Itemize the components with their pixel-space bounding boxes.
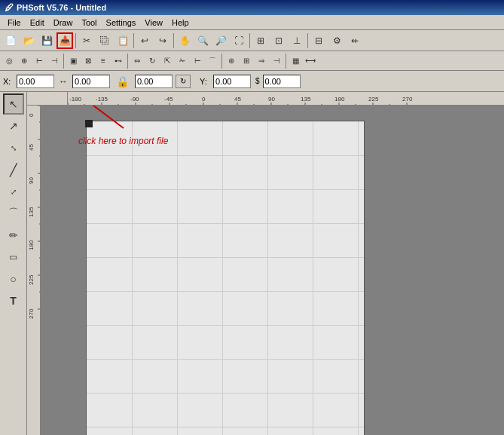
rotate-apply-btn[interactable]: ↻	[176, 75, 191, 88]
text-tool[interactable]: T	[3, 290, 24, 311]
layer-button[interactable]: ⊟	[310, 32, 327, 49]
ortho-button[interactable]: ⊥	[289, 32, 305, 49]
node-select-tool[interactable]: ↗	[3, 115, 24, 136]
menu-file[interactable]: File	[3, 17, 26, 29]
svg-rect-33	[27, 106, 41, 435]
dim-btn[interactable]: ⟷	[304, 54, 317, 68]
extend-btn[interactable]: ⊢	[191, 54, 204, 68]
svg-text:135: 135	[301, 96, 311, 103]
explode-btn[interactable]: ⊛	[225, 54, 238, 68]
svg-text:180: 180	[334, 96, 345, 103]
snap-mid-btn[interactable]: ⊣	[47, 54, 61, 68]
grid-h8	[87, 393, 364, 394]
line-select-tool[interactable]: ⤡	[3, 137, 24, 158]
snap-circle-btn[interactable]: ◎	[2, 54, 16, 68]
dy-input[interactable]	[263, 75, 301, 88]
menu-view[interactable]: View	[140, 17, 167, 29]
pencil-tool[interactable]: ✏	[3, 225, 24, 246]
dx-input[interactable]	[72, 75, 110, 88]
array-btn[interactable]: ⊞	[240, 54, 253, 68]
sep5	[307, 33, 308, 48]
drawing-area[interactable]: click here to import file	[41, 106, 504, 435]
toolbox: ↖ ↗ ⤡ ╱ ⤢ ⌒ ✏ ▭ ○ T	[0, 92, 27, 435]
y-label: Y:	[200, 77, 210, 86]
fillet-btn[interactable]: ⌒	[206, 54, 219, 68]
lock-icon: 🔒	[116, 75, 129, 87]
arc-tool[interactable]: ⌒	[3, 203, 24, 224]
title-icon: 🖊	[5, 2, 14, 13]
measure-tb-button[interactable]: ⇷	[347, 32, 363, 49]
menu-settings[interactable]: Settings	[102, 17, 141, 29]
menu-tool[interactable]: Tool	[77, 17, 101, 29]
group-btn[interactable]: ▣	[66, 54, 80, 68]
select-tool[interactable]: ↖	[3, 93, 24, 115]
redo-button[interactable]: ↪	[154, 32, 171, 49]
x-input[interactable]	[17, 75, 54, 88]
scale-btn[interactable]: ⇱	[160, 54, 174, 68]
canvas-scroll-area: 0 45 90 135 180 225 270	[27, 106, 504, 435]
grid-button[interactable]: ⊞	[252, 32, 269, 49]
svg-text:135: 135	[28, 207, 35, 217]
hatch-btn[interactable]: ▦	[289, 54, 302, 68]
mirror-btn[interactable]: ⇔	[130, 54, 144, 68]
ungroup-btn[interactable]: ⊠	[81, 54, 95, 68]
rect-tool[interactable]: ▭	[3, 247, 24, 268]
menubar: File Edit Draw Tool Settings View Help	[0, 15, 504, 30]
snap-end-btn[interactable]: ⊢	[32, 54, 46, 68]
svg-text:-90: -90	[130, 96, 139, 103]
cut-button[interactable]: ✂	[78, 32, 95, 49]
angle-input[interactable]	[135, 75, 173, 88]
align-btn[interactable]: ≡	[96, 54, 110, 68]
svg-text:0: 0	[28, 113, 35, 117]
grid-v6	[358, 121, 359, 435]
svg-text:180: 180	[28, 240, 35, 250]
new-button[interactable]: 📄	[2, 32, 19, 49]
sep1	[75, 33, 76, 48]
sep9	[286, 54, 286, 69]
sep2	[133, 33, 134, 48]
menu-help[interactable]: Help	[167, 17, 194, 29]
svg-text:45: 45	[28, 144, 35, 151]
fit-button[interactable]: ⛶	[231, 32, 247, 49]
arrow-icon: ↔	[59, 76, 68, 87]
properties-button[interactable]: ⚙	[328, 32, 345, 49]
menu-edit[interactable]: Edit	[26, 17, 49, 29]
pan-button[interactable]: ✋	[176, 32, 193, 49]
circle-tool[interactable]: ○	[3, 268, 24, 289]
polyline-tool[interactable]: ⤢	[3, 181, 24, 202]
ruler-left: 0 45 90 135 180 225 270	[27, 106, 41, 435]
undo-button[interactable]: ↩	[136, 32, 153, 49]
dy-label: $	[255, 77, 260, 85]
grid-v2	[177, 121, 178, 435]
toolbar1: 📄 📂 💾 📥 ✂ ⿻ 📋 ↩ ↪ ✋ 🔍 🔎 ⛶ ⊞ ⊡ ⊥ ⊟ ⚙ ⇷	[0, 30, 504, 51]
offset-btn[interactable]: ⇒	[255, 54, 268, 68]
menu-draw[interactable]: Draw	[49, 17, 78, 29]
sep4	[249, 33, 250, 48]
line-tool[interactable]: ╱	[3, 159, 24, 180]
titlebar: 🖊 PHSoft V5.76 - Untitled	[0, 0, 504, 15]
svg-text:0: 0	[202, 96, 206, 103]
snap-button[interactable]: ⊡	[270, 32, 287, 49]
snap-cross-btn[interactable]: ⊕	[17, 54, 31, 68]
paste-button[interactable]: 📋	[115, 32, 131, 49]
svg-text:225: 225	[28, 274, 35, 285]
zoom-in-button[interactable]: 🔍	[194, 32, 211, 49]
save-button[interactable]: 💾	[38, 32, 55, 49]
sep7	[127, 54, 128, 69]
grid-h4	[87, 257, 364, 258]
copy-button[interactable]: ⿻	[96, 32, 113, 49]
sep8	[221, 54, 222, 69]
open-button[interactable]: 📂	[20, 32, 37, 49]
grid-h6	[87, 325, 364, 326]
annotation-arrow	[71, 106, 131, 136]
trim-btn[interactable]: ✁	[176, 54, 189, 68]
import-button[interactable]: 📥	[57, 32, 73, 49]
svg-line-55	[78, 106, 124, 128]
break-btn[interactable]: ⊣	[270, 54, 283, 68]
distribute-btn[interactable]: ⊷	[111, 54, 125, 68]
coordbar: X: ↔ 🔒 ↻ Y: $	[0, 71, 504, 92]
grid-v4	[267, 121, 268, 435]
y-input[interactable]	[213, 75, 251, 88]
rotate-btn[interactable]: ↻	[145, 54, 159, 68]
zoom-out-button[interactable]: 🔎	[212, 32, 229, 49]
